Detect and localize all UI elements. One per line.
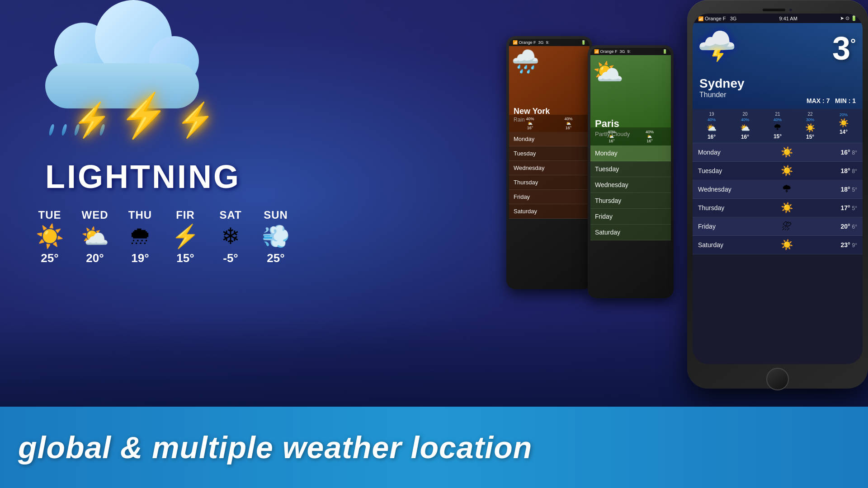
paris-weather-icon: ⛅ bbox=[593, 57, 624, 87]
phone-home-button[interactable] bbox=[766, 368, 789, 390]
paris-hour-temp1: 16° bbox=[608, 139, 616, 143]
rain-drop bbox=[61, 124, 68, 136]
hour-item-2: 20 40% ⛅ 16° bbox=[740, 112, 750, 140]
bottom-banner: global & multiple weather location bbox=[0, 407, 868, 488]
day-temperature: 20° bbox=[86, 251, 104, 265]
lightning-bolt-icon: ⚡ bbox=[71, 102, 113, 137]
day-name-label: THU bbox=[128, 209, 152, 221]
ny-day-thursday[interactable]: Thursday bbox=[509, 175, 590, 190]
sydney-phone-frame: 📶 Orange F 3G 9:41 AM ➤ ⊙ 🔋 🌩️ 3° Sydney… bbox=[687, 0, 868, 389]
day-weather-icon: ⚡ bbox=[171, 225, 199, 248]
paris-phone-screen: 📶 Orange F 3G 9: 🔋 ⛅ Paris Partly Cloudy… bbox=[590, 48, 671, 296]
paris-hour-prob1: 40% bbox=[608, 130, 616, 134]
paris-day-monday[interactable]: Monday bbox=[590, 145, 671, 161]
day-weather-icon: ☀️ bbox=[36, 225, 64, 248]
ny-battery: 🔋 bbox=[581, 40, 586, 45]
sydney-carrier-text: 📶 Orange F 3G bbox=[698, 16, 736, 21]
sydney-daily-saturday[interactable]: Saturday ☀️ 23° 9° bbox=[693, 236, 863, 254]
sydney-phone-screen: 📶 Orange F 3G 9:41 AM ➤ ⊙ 🔋 🌩️ 3° Sydney… bbox=[693, 14, 863, 364]
ny-day-wednesday[interactable]: Wednesday bbox=[509, 161, 590, 175]
hour-item-5: 20% ☀️ 14° bbox=[839, 112, 849, 140]
ny-day-saturday[interactable]: Saturday bbox=[509, 204, 590, 219]
ny-day-monday[interactable]: Monday bbox=[509, 132, 590, 146]
ny-header: 🌧️ New York Rain 40% ⛅ 16° 40% ⛅ 1 bbox=[509, 46, 590, 132]
ny-hour-temp1: 16° bbox=[526, 126, 534, 130]
lightning-bolt-icon-big: ⚡ bbox=[117, 93, 170, 137]
sydney-daily-thursday[interactable]: Thursday ☀️ 17° 5° bbox=[693, 199, 863, 217]
weather-day-sat: SAT ❄ -5° bbox=[208, 209, 253, 265]
paris-phone: 📶 Orange F 3G 9: 🔋 ⛅ Paris Partly Cloudy… bbox=[588, 45, 674, 298]
paris-hour-prob2: 40% bbox=[646, 130, 654, 134]
sydney-daily-friday[interactable]: Friday ⛈ 20° 6° bbox=[693, 217, 863, 236]
sydney-temperature: 3° bbox=[832, 30, 856, 67]
sydney-daily-tuesday[interactable]: Tuesday ☀️ 18° 8° bbox=[693, 162, 863, 180]
hour-item-4: 22 30% ☀️ 15° bbox=[805, 112, 815, 140]
day-weather-icon: ❄ bbox=[221, 225, 240, 248]
paris-hourly-bar: 40% ⛅ 16° 40% ⛅ 16° bbox=[590, 127, 671, 145]
weather-title: LIGHTNING bbox=[45, 158, 312, 195]
ny-hour-icon1: ⛅ bbox=[526, 121, 534, 126]
day-temperature: 19° bbox=[131, 251, 149, 265]
sydney-daily-monday[interactable]: Monday ☀️ 16° 8° bbox=[693, 143, 863, 162]
day-name-label: SUN bbox=[264, 209, 288, 221]
paris-day-friday[interactable]: Friday bbox=[590, 209, 671, 225]
bottom-banner-text: global & multiple weather location bbox=[18, 430, 532, 465]
phone-top-bar bbox=[693, 5, 863, 14]
paris-day-tuesday[interactable]: Tuesday bbox=[590, 161, 671, 177]
ny-phone: 📶 Orange F 3G 9: 🔋 🌧️ New York Rain 40% … bbox=[506, 36, 592, 289]
ny-carrier: 📶 Orange F 3G 9: bbox=[513, 40, 549, 45]
paris-header: ⛅ Paris Partly Cloudy 40% ⛅ 16° 40% ⛅ bbox=[590, 55, 671, 145]
day-temperature: 15° bbox=[176, 251, 194, 265]
ny-hour-icon2: ⛅ bbox=[564, 121, 572, 126]
sydney-time: 9:41 AM bbox=[779, 16, 797, 21]
sydney-status-icons: ➤ ⊙ 🔋 bbox=[840, 15, 857, 21]
paris-day-saturday[interactable]: Saturday bbox=[590, 225, 671, 240]
weather-illustration: ⚡ ⚡ ⚡ bbox=[18, 9, 244, 154]
day-weather-icon: ⛅ bbox=[81, 225, 109, 248]
day-temperature: 25° bbox=[41, 251, 58, 265]
sydney-header: 🌩️ 3° Sydney Thunder MAX : 7 MIN : 1 bbox=[693, 23, 863, 109]
phone-speaker-bar bbox=[763, 9, 785, 11]
day-name-label: SAT bbox=[219, 209, 241, 221]
weather-day-thu: THU 🌨 19° bbox=[118, 209, 163, 265]
left-weather-section: ⚡ ⚡ ⚡ LIGHTNING TUE ☀️ 25° WED ⛅ 20° THU… bbox=[18, 9, 312, 265]
paris-hour-icon1: ⛅ bbox=[608, 134, 616, 139]
paris-day-thursday[interactable]: Thursday bbox=[590, 193, 671, 209]
sydney-daily-wednesday[interactable]: Wednesday 🌩 18° 5° bbox=[693, 180, 863, 199]
paris-carrier: 📶 Orange F 3G 9: bbox=[594, 49, 631, 54]
paris-battery: 🔋 bbox=[662, 49, 667, 54]
day-temperature: 25° bbox=[267, 251, 284, 265]
weather-days-row: TUE ☀️ 25° WED ⛅ 20° THU 🌨 19° FIR ⚡ 15°… bbox=[27, 209, 312, 265]
day-name-label: TUE bbox=[38, 209, 61, 221]
sydney-weather-icon: 🌩️ bbox=[697, 28, 736, 65]
small-phones-container: 📶 Orange F 3G 9: 🔋 🌧️ New York Rain 40% … bbox=[506, 36, 678, 307]
paris-status-bar: 📶 Orange F 3G 9: 🔋 bbox=[590, 48, 671, 55]
ny-hour-prob2: 40% bbox=[564, 117, 572, 121]
weather-day-wed: WED ⛅ 20° bbox=[72, 209, 118, 265]
ny-weather-icon: 🌧️ bbox=[511, 48, 539, 75]
rain-drop bbox=[48, 124, 55, 136]
hour-item-3: 21 40% 🌩 15° bbox=[774, 112, 782, 140]
ny-hourly-bar: 40% ⛅ 16° 40% ⛅ 16° bbox=[509, 115, 590, 132]
ny-day-tuesday[interactable]: Tuesday bbox=[509, 146, 590, 161]
weather-day-sun: SUN 💨 25° bbox=[253, 209, 298, 265]
phone-camera-dot bbox=[789, 8, 793, 12]
ny-status-bar: 📶 Orange F 3G 9: 🔋 bbox=[509, 39, 590, 46]
sydney-status-bar: 📶 Orange F 3G 9:41 AM ➤ ⊙ 🔋 bbox=[693, 14, 863, 23]
ny-hour-prob1: 40% bbox=[526, 117, 534, 121]
hour-item-1: 19 40% ⛅ 16° bbox=[707, 112, 717, 140]
lightning-bolts-group: ⚡ ⚡ ⚡ bbox=[72, 95, 215, 136]
day-weather-icon: 💨 bbox=[262, 225, 290, 248]
ny-day-friday[interactable]: Friday bbox=[509, 190, 590, 204]
ny-phone-screen: 📶 Orange F 3G 9: 🔋 🌧️ New York Rain 40% … bbox=[509, 39, 590, 286]
weather-day-tue: TUE ☀️ 25° bbox=[27, 209, 72, 265]
sydney-minmax: MAX : 7 MIN : 1 bbox=[807, 97, 856, 104]
sydney-daily-forecast: Monday ☀️ 16° 8° Tuesday ☀️ 18° 8° bbox=[693, 143, 863, 254]
day-name-label: WED bbox=[82, 209, 108, 221]
lightning-bolt-icon: ⚡ bbox=[175, 102, 217, 137]
sydney-city-name: Sydney bbox=[699, 76, 745, 91]
ny-hour-temp2: 16° bbox=[564, 126, 572, 130]
paris-days-list: Monday Tuesday Wednesday Thursday Friday… bbox=[590, 145, 671, 240]
paris-day-wednesday[interactable]: Wednesday bbox=[590, 177, 671, 193]
ny-phone-frame: 📶 Orange F 3G 9: 🔋 🌧️ New York Rain 40% … bbox=[506, 36, 592, 289]
